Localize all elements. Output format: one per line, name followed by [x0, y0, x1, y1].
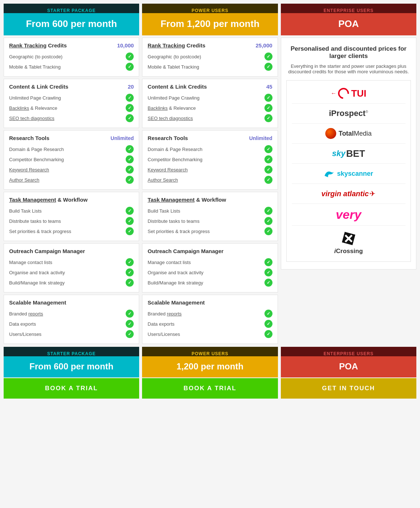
feature-item: Author Search: [9, 175, 134, 185]
virgin-brand-text: virgin atlantic: [321, 190, 369, 198]
rank-tracking-title-power: Rank Tracking Credits 25,000: [148, 42, 272, 49]
feature-item: Backlinks & Relevance: [148, 103, 272, 113]
feature-item: Data exports: [9, 319, 134, 329]
skybet-bet-text: BET: [346, 148, 365, 159]
check-icon: [264, 94, 272, 102]
feature-item: Build/Manage link strategy: [9, 278, 134, 288]
check-icon: [126, 63, 134, 71]
check-icon: [264, 166, 272, 174]
check-icon: [126, 176, 134, 184]
scalable-block-starter: Scalable Management Branded reports Data…: [4, 295, 139, 344]
feature-item: Domain & Page Research: [148, 144, 272, 154]
scalable-title-starter: Scalable Management: [9, 299, 134, 306]
check-icon: [264, 330, 272, 338]
enterprise-desc-heading: Personalised and discounted prices for l…: [286, 45, 411, 60]
check-icon: [264, 176, 272, 184]
check-icon: [264, 63, 272, 71]
icrossing-brand-text: iCrossing: [334, 248, 363, 255]
check-icon: [126, 330, 134, 338]
brand-logo-iprospect: iProspect®: [292, 104, 405, 124]
outreach-block-starter: Outreach Campaign Manager Manage contact…: [4, 243, 139, 292]
outreach-block-power: Outreach Campaign Manager Manage contact…: [142, 243, 278, 292]
feature-item: Domain & Page Research: [9, 144, 134, 154]
task-mgmt-block-starter: Task Management & Workflow Build Task Li…: [4, 192, 139, 241]
brand-logo-skybet: sky BET: [292, 144, 405, 164]
feature-item: Competitor Benchmarking: [148, 154, 272, 164]
enterprise-column: ENTERPRISE USERS POA Personalised and di…: [281, 4, 416, 399]
check-icon: [264, 145, 272, 153]
research-unlimited-power: Unlimited: [249, 135, 272, 141]
scalable-title-power: Scalable Management: [148, 299, 272, 306]
feature-item: Set priorities & track progress: [148, 226, 272, 236]
feature-item: Author Search: [148, 175, 272, 185]
starter-bottom-header: STARTER PACKAGE: [4, 347, 139, 356]
enterprise-cta-button[interactable]: GET IN TOUCH: [281, 378, 416, 399]
power-column: POWER USERS From 1,200 per month Rank Tr…: [142, 4, 278, 399]
brand-logo-virgin: virgin atlantic ✈: [292, 184, 405, 204]
feature-item: Manage contact lists: [148, 257, 272, 267]
power-bottom-price: 1,200 per month: [142, 356, 278, 377]
rank-tracking-credits-starter: 10,000: [117, 42, 134, 49]
outreach-title-starter: Outreach Campaign Manager: [9, 248, 134, 254]
check-icon: [126, 227, 134, 235]
check-icon: [126, 155, 134, 163]
content-link-credits-starter: 20: [128, 84, 134, 90]
starter-header: STARTER PACKAGE: [4, 4, 139, 13]
virgin-icon: ✈: [369, 189, 376, 198]
rank-tracking-title-starter: Rank Tracking Credits 10,000: [9, 42, 134, 49]
check-icon: [126, 217, 134, 225]
brand-logo-skyscanner: skyscanner: [292, 164, 405, 184]
feature-item: Branded reports: [9, 309, 134, 319]
check-icon: [126, 320, 134, 328]
feature-item: Geographic (to postcode): [9, 51, 134, 62]
research-tools-title-starter: Research Tools Unlimited: [9, 135, 134, 141]
check-icon: [264, 104, 272, 112]
feature-item: Users/Licenses: [148, 329, 272, 339]
brand-logo-icrossing: iCrossing: [292, 226, 405, 259]
power-cta-button[interactable]: BOOK A TRIAL: [142, 378, 278, 399]
check-icon: [264, 310, 272, 318]
starter-cta-button[interactable]: BOOK A TRIAL: [4, 378, 139, 399]
power-price: From 1,200 per month: [142, 13, 278, 35]
brand-logo-tui: ← TUI: [292, 84, 405, 104]
check-icon: [264, 320, 272, 328]
feature-item: Keyword Research: [148, 164, 272, 175]
feature-item: Mobile & Tablet Tracking: [9, 62, 134, 72]
check-icon: [126, 207, 134, 215]
feature-item: Manage contact lists: [9, 257, 134, 267]
outreach-title-power: Outreach Campaign Manager: [148, 248, 272, 254]
enterprise-price: POA: [281, 13, 416, 35]
tui-brand-text: TUI: [351, 88, 366, 99]
research-tools-block-starter: Research Tools Unlimited Domain & Page R…: [4, 130, 139, 190]
feature-item: Distribute tasks to teams: [148, 216, 272, 226]
check-icon: [264, 155, 272, 163]
feature-item: Competitor Benchmarking: [9, 154, 134, 164]
feature-item: Keyword Research: [9, 164, 134, 175]
check-icon: [264, 53, 272, 61]
iprospect-brand-text: iProspect®: [329, 109, 368, 118]
feature-item: Build Task Lists: [9, 206, 134, 216]
skyscanner-brand-text: skyscanner: [337, 170, 373, 178]
check-icon: [126, 53, 134, 61]
rank-tracking-block-power: Rank Tracking Credits 25,000 Geographic …: [142, 38, 278, 77]
power-header: POWER USERS: [142, 4, 278, 13]
rank-tracking-block-starter: Rank Tracking Credits 10,000 Geographic …: [4, 38, 139, 77]
check-icon: [126, 94, 134, 102]
check-icon: [126, 279, 134, 287]
feature-item: Distribute tasks to teams: [9, 216, 134, 226]
very-brand-text: very: [336, 208, 361, 222]
power-bottom-header: POWER USERS: [142, 347, 278, 356]
starter-column: STARTER PACKAGE From 600 per month Rank …: [4, 4, 139, 399]
feature-item: Set priorities & track progress: [9, 226, 134, 236]
content-link-credits-power: 45: [266, 84, 272, 90]
brand-logo-totalmedia: TotalMedia: [292, 124, 405, 144]
content-link-title-power: Content & Link Credits 45: [148, 84, 272, 90]
enterprise-description: Personalised and discounted prices for l…: [281, 38, 416, 269]
check-icon: [264, 279, 272, 287]
content-link-block-starter: Content & Link Credits 20 Unlimited Page…: [4, 79, 139, 128]
feature-item: Mobile & Tablet Tracking: [148, 62, 272, 72]
scalable-block-power: Scalable Management Branded reports Data…: [142, 295, 278, 344]
check-icon: [126, 114, 134, 122]
research-tools-title-power: Research Tools Unlimited: [148, 135, 272, 141]
check-icon: [264, 207, 272, 215]
